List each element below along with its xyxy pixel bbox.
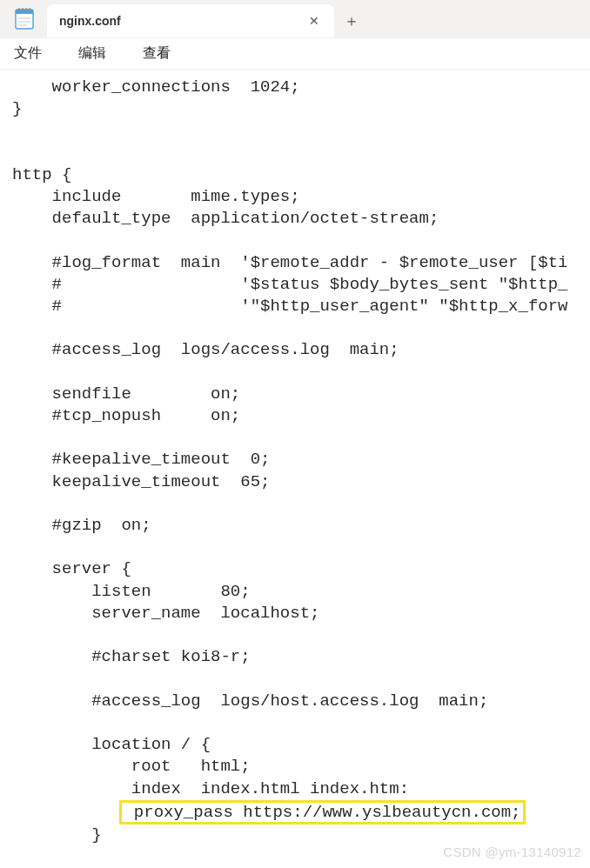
editor-area[interactable]: worker_connections 1024; } http { includ… <box>0 70 590 868</box>
menu-edit[interactable]: 编辑 <box>73 41 111 66</box>
menu-bar: 文件 编辑 查看 <box>0 38 590 70</box>
menu-view[interactable]: 查看 <box>137 41 176 66</box>
menu-file[interactable]: 文件 <box>9 41 47 66</box>
highlight-proxy-pass: proxy_pass https://www.yslbeautycn.com; <box>119 800 525 825</box>
code-line: #tcp_nopush on; <box>12 406 240 425</box>
code-line: listen 80; <box>12 582 251 601</box>
tab-bar: nginx.conf ✕ ＋ <box>0 0 590 38</box>
code-line: server_name localhost; <box>12 604 319 623</box>
code-line: sendfile on; <box>12 384 240 404</box>
code-line: keepalive_timeout 65; <box>12 472 270 491</box>
code-line: # '"$http_user_agent" "$http_x_forw <box>12 297 568 316</box>
code-line: server { <box>12 559 131 578</box>
notepad-icon <box>12 6 37 30</box>
code-line: location / { <box>12 735 211 754</box>
svg-rect-1 <box>16 10 33 14</box>
watermark: CSDN @ym-13140912 <box>443 841 581 863</box>
code-line: # '$status $body_bytes_sent "$http_ <box>12 275 568 294</box>
code-line: #access_log logs/host.access.log main; <box>12 691 488 711</box>
code-line: } <box>12 825 102 845</box>
code-line: #gzip on; <box>12 516 151 535</box>
code-line: root html; <box>12 757 251 776</box>
code-line: } <box>12 99 22 118</box>
code-line: index index.html index.htm: <box>12 779 409 798</box>
code-line: #charset koi8-r; <box>12 647 251 666</box>
code-line: #keepalive_timeout 0; <box>12 450 270 469</box>
code-line: default_type application/octet-stream; <box>12 209 439 228</box>
code-line: #access_log logs/access.log main; <box>12 340 399 359</box>
code-line: #log_format main '$remote_addr - $remote… <box>12 253 568 272</box>
code-line: worker_connections 1024; <box>12 77 300 97</box>
code-line <box>12 803 121 822</box>
code-line: http { <box>12 165 71 184</box>
new-tab-button[interactable]: ＋ <box>334 4 369 37</box>
close-icon[interactable]: ✕ <box>306 13 322 29</box>
file-tab[interactable]: nginx.conf ✕ <box>47 4 334 37</box>
code-line: include mime.types; <box>12 187 300 206</box>
tab-title: nginx.conf <box>59 14 306 28</box>
